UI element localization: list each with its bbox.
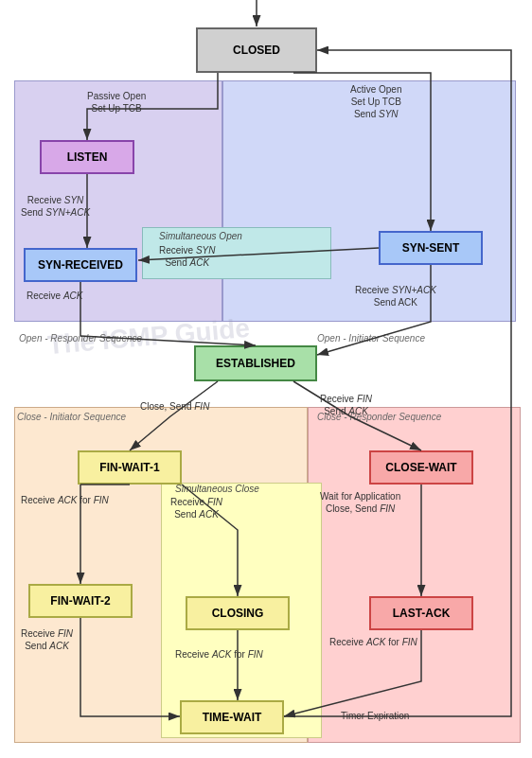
label-rcv-ack-for-fin-closing: Receive ACK for FIN (175, 648, 263, 661)
label-wait-app-close: Wait for ApplicationClose, Send FIN (320, 490, 400, 515)
label-rcv-fin-send-ack-fw1: Receive FINSend ACK (170, 496, 222, 520)
label-rcv-synack-send-ack: Receive SYN+ACKSend ACK (355, 284, 436, 308)
label-rcv-fin-send-ack-fw2: Receive FINSend ACK (21, 627, 73, 652)
state-listen: LISTEN (40, 140, 134, 174)
label-close-responder: Close - Responder Sequence (317, 412, 441, 422)
tcp-state-diagram: The ICMP Guide CLOSED LISTEN SYN-RECEIVE… (0, 0, 532, 758)
label-rcv-ack-for-fin-lastack: Receive ACK for FIN (329, 636, 417, 648)
label-open-initiator: Open - Initiator Sequence (317, 333, 425, 344)
label-simultaneous-open: Simultaneous Open (159, 230, 242, 242)
label-rcv-syn-send-synack: Receive SYNSend SYN+ACK (21, 194, 90, 219)
state-last-ack: LAST-ACK (369, 596, 473, 630)
state-close-wait: CLOSE-WAIT (369, 450, 473, 485)
label-rcv-syn-send-ack: Receive SYNSend ACK (159, 244, 215, 269)
label-passive-open: Passive OpenSet Up TCB (87, 90, 146, 115)
state-syn-received: SYN-RECEIVED (24, 248, 137, 282)
state-time-wait: TIME-WAIT (180, 700, 284, 734)
state-syn-sent: SYN-SENT (379, 231, 483, 265)
label-open-responder: Open - Responder Sequence (19, 333, 142, 344)
label-rcv-ack-for-fin: Receive ACK for FIN (21, 494, 109, 506)
state-closing: CLOSING (186, 596, 290, 630)
state-established: ESTABLISHED (194, 345, 317, 381)
label-rcv-ack: Receive ACK (27, 290, 82, 302)
label-active-open: Active OpenSet Up TCBSend SYN (350, 83, 401, 120)
label-timer-expiration: Timer Expiration (341, 710, 409, 722)
state-closed: CLOSED (196, 27, 317, 73)
label-close-initiator: Close - Initiator Sequence (17, 412, 126, 422)
state-fin-wait-2: FIN-WAIT-2 (28, 584, 133, 618)
label-simultaneous-close: Simultaneous Close (175, 483, 259, 495)
state-fin-wait-1: FIN-WAIT-1 (78, 450, 182, 485)
label-close-send-fin: Close, Send FIN (140, 400, 209, 413)
